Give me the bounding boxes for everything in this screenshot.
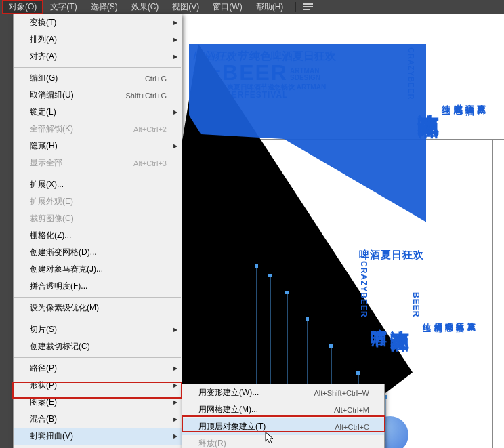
submenu-release: 释放(R) — [182, 435, 384, 448]
menu-object[interactable]: 对象(O) — [2, 0, 43, 14]
object-menu-dropdown: 变换(T) 排列(A) 对齐(A) 编组(G)Ctrl+G 取消编组(U)Shi… — [13, 14, 182, 448]
separator — [295, 2, 296, 12]
separator — [14, 174, 181, 174]
menu-crop-marks[interactable]: 创建裁切标记(C) — [14, 338, 182, 355]
menu-perspective[interactable]: 透视(P) — [14, 445, 182, 448]
menu-flatten-transparency[interactable]: 拼合透明度(F)... — [14, 278, 182, 295]
menu-pattern[interactable]: 图案(E) — [14, 394, 182, 411]
submenu-make-with-warp[interactable]: 用变形建立(W)...Alt+Shift+Ctrl+W — [182, 384, 384, 401]
toolbar-icon[interactable] — [301, 2, 315, 12]
menu-window[interactable]: 窗口(W) — [206, 0, 249, 14]
menu-shape[interactable]: 形状(P) — [14, 377, 182, 394]
menu-ungroup[interactable]: 取消编组(U)Shift+Ctrl+G — [14, 87, 182, 104]
menu-blend[interactable]: 混合(B) — [14, 411, 182, 428]
menu-transform[interactable]: 变换(T) — [14, 14, 182, 31]
menu-effect[interactable]: 效果(C) — [125, 0, 166, 14]
menu-arrange[interactable]: 排列(A) — [14, 31, 182, 48]
menu-unlock-all: 全部解锁(K)Alt+Ctrl+2 — [14, 121, 182, 138]
menu-rasterize[interactable]: 栅格化(Z)... — [14, 227, 182, 244]
menu-expand-appearance: 扩展外观(E) — [14, 193, 182, 210]
svg-rect-11 — [268, 274, 272, 277]
menu-show-all: 显示全部Alt+Ctrl+3 — [14, 155, 182, 171]
separator — [14, 67, 181, 68]
svg-rect-1 — [303, 6, 313, 7]
svg-rect-15 — [356, 371, 360, 375]
svg-rect-14 — [329, 344, 333, 348]
menu-help[interactable]: 帮助(H) — [249, 0, 291, 14]
menu-path[interactable]: 路径(P) — [14, 360, 182, 377]
menu-group[interactable]: 编组(G)Ctrl+G — [14, 70, 182, 87]
svg-rect-10 — [255, 264, 258, 268]
svg-rect-12 — [285, 291, 289, 294]
svg-rect-2 — [303, 9, 310, 10]
svg-rect-0 — [303, 3, 313, 5]
menu-object-mosaic[interactable]: 创建对象马赛克(J)... — [14, 261, 182, 278]
menu-crop-image: 裁剪图像(C) — [14, 210, 182, 227]
separator — [14, 297, 181, 298]
envelope-distort-submenu: 用变形建立(W)...Alt+Shift+Ctrl+W 用网格建立(M)...A… — [182, 384, 385, 448]
submenu-make-with-mesh[interactable]: 用网格建立(M)...Alt+Ctrl+M — [182, 401, 384, 418]
canvas[interactable]: 啤酒狂欢节 纯色啤酒夏日狂欢 疯凉 BEER ARTMANSDESIGN 纯生啤… — [182, 14, 504, 448]
menu-align[interactable]: 对齐(A) — [14, 48, 182, 65]
svg-rect-13 — [306, 317, 309, 321]
menu-type[interactable]: 文字(T) — [43, 0, 83, 14]
menu-pixel-perfect[interactable]: 设为像素级优化(M) — [14, 300, 182, 317]
menu-expand[interactable]: 扩展(X)... — [14, 176, 182, 193]
submenu-make-with-top-object[interactable]: 用顶层对象建立(T)Alt+Ctrl+C — [182, 418, 384, 435]
menu-envelope-distort[interactable]: 封套扭曲(V) — [14, 428, 182, 445]
cursor-icon — [265, 432, 276, 447]
separator — [14, 319, 181, 319]
menu-slice[interactable]: 切片(S) — [14, 321, 182, 338]
menu-gradient-mesh[interactable]: 创建渐变网格(D)... — [14, 244, 182, 261]
menu-hide[interactable]: 隐藏(H) — [14, 138, 182, 155]
menu-lock[interactable]: 锁定(L) — [14, 104, 182, 121]
separator — [14, 357, 181, 358]
menubar: 对象(O) 文字(T) 选择(S) 效果(C) 视图(V) 窗口(W) 帮助(H… — [0, 0, 504, 14]
menu-view[interactable]: 视图(V) — [165, 0, 206, 14]
menu-select[interactable]: 选择(S) — [84, 0, 125, 14]
